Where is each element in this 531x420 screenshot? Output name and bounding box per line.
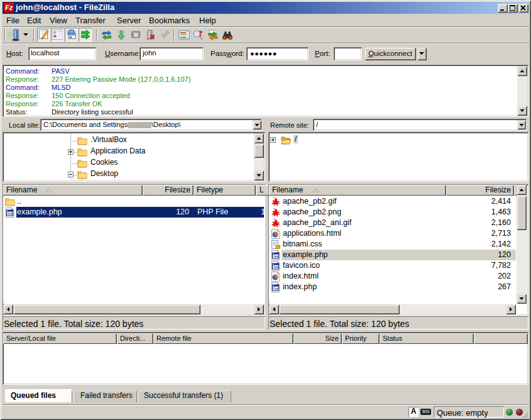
svg-text:Fz: Fz [5, 4, 13, 11]
